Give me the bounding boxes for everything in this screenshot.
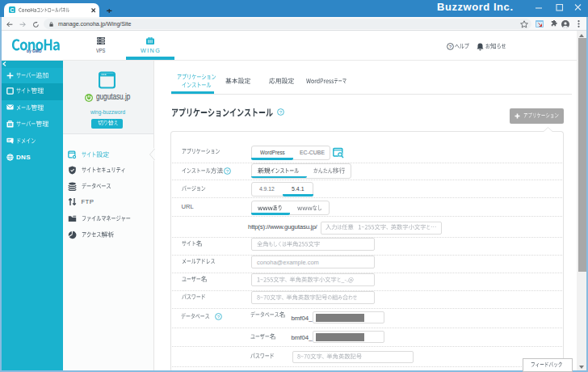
svg-text:?: ?	[448, 44, 452, 49]
svg-text:?: ?	[226, 168, 229, 173]
svg-text:C: C	[10, 7, 15, 13]
svg-text:?: ?	[217, 314, 220, 319]
svg-text:?: ?	[279, 110, 283, 115]
